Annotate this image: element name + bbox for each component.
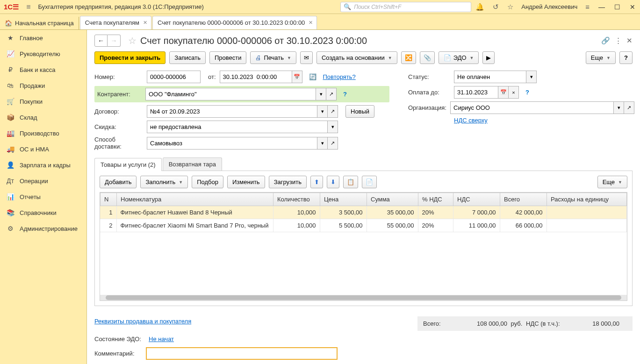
status-input[interactable] bbox=[454, 71, 526, 83]
sidebar-item-assets[interactable]: 🚚ОС и НМА bbox=[0, 141, 86, 157]
tab-goods[interactable]: Товары и услуги (2) bbox=[94, 158, 162, 171]
clear-button[interactable]: × bbox=[509, 86, 519, 99]
structure-button[interactable]: 🔀 bbox=[401, 51, 416, 64]
col-qty[interactable]: Количество bbox=[273, 193, 320, 206]
delivery-input[interactable] bbox=[147, 137, 317, 150]
dropdown-button[interactable]: ▾ bbox=[526, 71, 537, 83]
dropdown-button[interactable]: ▾ bbox=[316, 88, 326, 100]
history-icon[interactable]: ↺ bbox=[489, 3, 503, 11]
sidebar-item-admin[interactable]: ⚙Администрирование bbox=[0, 221, 86, 236]
edo-button[interactable]: 📄ЭДО▼ bbox=[439, 51, 479, 64]
table-row[interactable]: 1 Фитнес-браслет Huawei Band 8 Черный 10… bbox=[100, 206, 627, 219]
post-close-button[interactable]: Провести и закрыть bbox=[94, 51, 165, 64]
sidebar-item-operations[interactable]: ДтОперации bbox=[0, 173, 86, 189]
sidebar-item-main[interactable]: ★Главное bbox=[0, 30, 86, 46]
user-name[interactable]: Андрей Алексеевич bbox=[518, 3, 581, 10]
org-input[interactable] bbox=[450, 101, 614, 114]
help-icon[interactable]: ? bbox=[343, 91, 347, 98]
tab-invoice-doc[interactable]: Счет покупателю 0000-000006 от 30.10.202… bbox=[152, 16, 317, 29]
open-button[interactable]: ↗ bbox=[328, 137, 338, 150]
comment-input[interactable] bbox=[146, 347, 338, 360]
bell-icon[interactable]: 🔔 bbox=[471, 3, 489, 11]
table-row[interactable]: 2 Фитнес-браслет Xiaomi Mi Smart Band 7 … bbox=[100, 219, 627, 232]
attach-button[interactable]: 📎 bbox=[420, 51, 435, 64]
payuntil-input[interactable] bbox=[454, 86, 498, 99]
col-price[interactable]: Цена bbox=[320, 193, 367, 206]
col-nds[interactable]: НДС bbox=[453, 193, 500, 206]
more-button[interactable]: Еще▼ bbox=[597, 176, 627, 188]
sidebar-item-refs[interactable]: 📚Справочники bbox=[0, 205, 86, 221]
col-exp[interactable]: Расходы на единицу bbox=[547, 193, 627, 206]
close-icon[interactable]: ✕ bbox=[309, 20, 313, 26]
nav-back-button[interactable]: ← bbox=[94, 35, 108, 47]
move-down-button[interactable]: ⬇ bbox=[327, 176, 339, 188]
sidebar-item-hr[interactable]: 👤Зарплата и кадры bbox=[0, 157, 86, 173]
sidebar-item-purchases[interactable]: 🛒Покупки bbox=[0, 93, 86, 109]
tab-invoices[interactable]: Счета покупателям ✕ bbox=[80, 16, 151, 29]
star-icon[interactable]: ☆ bbox=[503, 3, 518, 11]
new-button[interactable]: Новый bbox=[345, 105, 374, 118]
settings-icon[interactable]: ≡ bbox=[581, 3, 594, 11]
kontragent-input[interactable] bbox=[145, 88, 316, 100]
dropdown-button[interactable]: ▾ bbox=[317, 105, 328, 118]
close-icon[interactable]: ✕ bbox=[143, 20, 147, 26]
home-tab[interactable]: 🏠 Начальная страница bbox=[0, 17, 79, 29]
print-button[interactable]: 🖨Печать▼ bbox=[250, 51, 296, 64]
create-based-button[interactable]: Создать на основании▼ bbox=[316, 51, 397, 64]
sidebar-item-stock[interactable]: 📦Склад bbox=[0, 109, 86, 125]
edo-state-link[interactable]: Не начат bbox=[149, 335, 174, 343]
items-grid[interactable]: N Номенклатура Количество Цена Сумма % Н… bbox=[100, 192, 627, 301]
number-input[interactable] bbox=[147, 71, 201, 83]
dogovor-input[interactable] bbox=[147, 105, 317, 118]
dropdown-button[interactable]: ▾ bbox=[317, 137, 328, 150]
skidka-input[interactable] bbox=[147, 121, 328, 133]
horizontal-scrollbar[interactable] bbox=[100, 295, 627, 300]
col-vat[interactable]: % НДС bbox=[418, 193, 453, 206]
repeat-link[interactable]: Повторять? bbox=[323, 73, 356, 80]
calendar-button[interactable]: 📅 bbox=[498, 86, 509, 99]
dropdown-button[interactable]: ▾ bbox=[328, 121, 338, 133]
load-button[interactable]: Загрузить bbox=[269, 176, 307, 188]
refresh-icon[interactable]: 🔄 bbox=[309, 73, 316, 80]
dropdown-button[interactable]: ▾ bbox=[614, 101, 624, 114]
write-button[interactable]: Записать bbox=[169, 51, 206, 64]
nds-link[interactable]: НДС сверху bbox=[454, 117, 488, 124]
sidebar-item-manager[interactable]: 📈Руководителю bbox=[0, 46, 86, 62]
maximize-button[interactable]: ☐ bbox=[610, 3, 625, 11]
close-icon[interactable]: ✕ bbox=[626, 36, 633, 45]
open-button[interactable]: ↗ bbox=[328, 105, 338, 118]
sidebar-item-sales[interactable]: 🛍Продажи bbox=[0, 78, 86, 93]
add-button[interactable]: Добавить bbox=[100, 176, 137, 188]
sidebar-item-production[interactable]: 🏭Производство bbox=[0, 125, 86, 141]
requisites-link[interactable]: Реквизиты продавца и покупателя bbox=[94, 318, 191, 325]
sidebar-item-bank[interactable]: ₽Банк и касса bbox=[0, 62, 86, 78]
col-total[interactable]: Всего bbox=[500, 193, 547, 206]
col-n[interactable]: N bbox=[101, 193, 117, 206]
move-up-button[interactable]: ⬆ bbox=[310, 176, 323, 188]
help-icon[interactable]: ? bbox=[525, 89, 529, 96]
more-button[interactable]: Еще▼ bbox=[586, 51, 616, 64]
open-button[interactable]: ↗ bbox=[326, 88, 337, 100]
search-input[interactable] bbox=[354, 4, 466, 10]
col-sum[interactable]: Сумма bbox=[367, 193, 418, 206]
pick-button[interactable]: Подбор bbox=[192, 176, 223, 188]
search-box[interactable]: 🔍 bbox=[340, 2, 471, 12]
paste-button[interactable]: 📄 bbox=[362, 176, 377, 188]
kebab-icon[interactable]: ⋮ bbox=[615, 36, 622, 45]
minimize-button[interactable]: — bbox=[594, 3, 610, 11]
email-button[interactable]: ✉ bbox=[300, 51, 313, 64]
help-button[interactable]: ? bbox=[619, 51, 633, 64]
fill-button[interactable]: Заполнить▼ bbox=[140, 176, 188, 188]
post-button[interactable]: Провести bbox=[209, 51, 247, 64]
calendar-button[interactable]: 📅 bbox=[292, 71, 302, 83]
nav-forward-button[interactable]: → bbox=[108, 35, 121, 47]
hamburger-icon[interactable]: ≡ bbox=[22, 3, 34, 11]
col-nom[interactable]: Номенклатура bbox=[117, 193, 273, 206]
open-button[interactable]: ↗ bbox=[624, 101, 634, 114]
date-input[interactable] bbox=[220, 71, 292, 83]
link-icon[interactable]: 🔗 bbox=[601, 36, 610, 45]
favorite-icon[interactable]: ☆ bbox=[128, 35, 137, 46]
close-button[interactable]: ✕ bbox=[625, 3, 640, 11]
copy-button[interactable]: 📋 bbox=[343, 176, 358, 188]
play-button[interactable]: ▶ bbox=[482, 51, 495, 64]
